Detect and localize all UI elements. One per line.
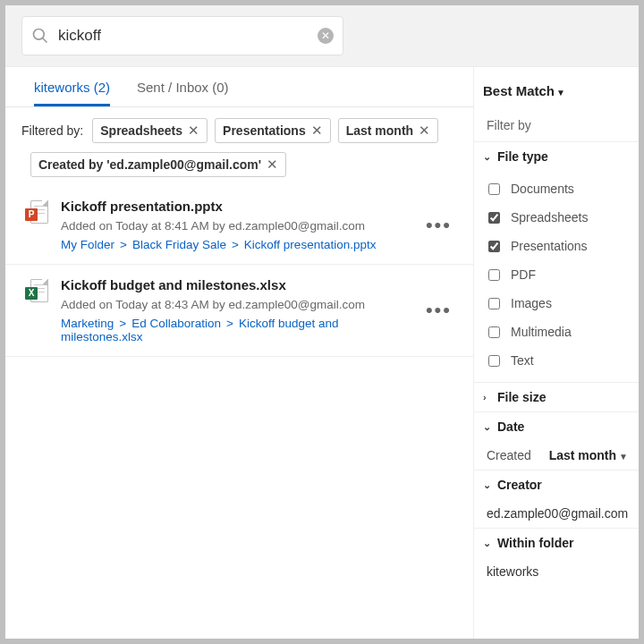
section-label: Date [497, 419, 524, 434]
filter-checkbox[interactable] [488, 326, 500, 338]
filtered-by-label: Filtered by: [21, 123, 83, 138]
filter-chip-label: Presentations [223, 123, 306, 138]
date-field-label: Created [487, 448, 531, 462]
result-breadcrumb: My Folder>Black Friday Sale>Kickoff pres… [61, 238, 408, 251]
within-folder-value[interactable]: kiteworks [474, 557, 639, 586]
filter-chip-label: Created by 'ed.zample00@gmail.com' [38, 157, 261, 172]
filter-option[interactable]: Spreadsheets [485, 203, 639, 232]
section-date[interactable]: ⌄ Date [474, 411, 639, 441]
filter-checkbox[interactable] [488, 298, 500, 309]
filter-panel: Best Match▼ Filter by ⌄ File type Docume… [473, 67, 639, 639]
powerpoint-icon: P [25, 200, 48, 229]
active-filters-row-2: Created by 'ed.zample00@gmail.com' ✕ [5, 143, 473, 186]
result-title[interactable]: Kickoff presentation.pptx [61, 199, 408, 214]
breadcrumb-link[interactable]: Black Friday Sale [132, 238, 226, 251]
sort-label: Best Match [483, 83, 555, 98]
chip-remove-icon[interactable]: ✕ [267, 157, 278, 173]
filter-option-label: Spreadsheets [511, 210, 588, 225]
filter-option-label: Presentations [511, 239, 588, 253]
chevron-down-icon: ⌄ [483, 151, 492, 163]
breadcrumb-separator: > [114, 238, 132, 251]
filter-chip[interactable]: Created by 'ed.zample00@gmail.com' ✕ [30, 152, 286, 177]
section-creator[interactable]: ⌄ Creator [474, 470, 639, 499]
result-item[interactable]: X Kickoff budget and milestones.xlsx Add… [5, 265, 473, 357]
chip-remove-icon[interactable]: ✕ [188, 123, 199, 139]
search-icon [31, 27, 49, 45]
file-type-options: Documents Spreadsheets Presentations PDF… [474, 171, 639, 382]
chip-remove-icon[interactable]: ✕ [419, 123, 430, 139]
filter-checkbox[interactable] [488, 212, 500, 224]
search-box[interactable]: ✕ [21, 16, 343, 55]
filter-option[interactable]: PDF [485, 260, 639, 289]
breadcrumb-separator: > [221, 317, 239, 330]
result-title[interactable]: Kickoff budget and milestones.xlsx [61, 277, 408, 292]
date-value: Last month [549, 448, 616, 462]
result-meta: Added on Today at 8:43 AM by ed.zample00… [61, 298, 408, 311]
breadcrumb-link[interactable]: Kickoff presentation.pptx [244, 238, 377, 251]
filter-option[interactable]: Text [485, 346, 639, 375]
filter-chip-label: Last month [346, 123, 413, 138]
section-label: File type [497, 149, 548, 164]
tab-kiteworks[interactable]: kiteworks (2) [34, 80, 110, 106]
breadcrumb-separator: > [114, 317, 131, 330]
breadcrumb-link[interactable]: My Folder [61, 238, 114, 251]
results-list: P Kickoff presentation.pptx Added on Tod… [5, 186, 473, 357]
filter-option[interactable]: Images [485, 289, 639, 318]
section-file-size[interactable]: › File size [474, 382, 639, 411]
chip-remove-icon[interactable]: ✕ [311, 123, 323, 139]
excel-icon: X [25, 279, 48, 308]
filter-option-label: Text [511, 353, 534, 368]
svg-point-0 [34, 30, 45, 40]
filter-option-label: PDF [511, 267, 536, 282]
breadcrumb-link[interactable]: Marketing [61, 317, 114, 330]
search-input[interactable] [58, 27, 318, 45]
results-pane: kiteworks (2) Sent / Inbox (0) Filtered … [5, 67, 473, 639]
filter-option-label: Multimedia [511, 325, 572, 339]
filter-chip[interactable]: Spreadsheets ✕ [92, 118, 208, 143]
more-actions-icon[interactable]: ••• [420, 306, 457, 315]
result-meta: Added on Today at 8:41 AM by ed.zample00… [61, 219, 408, 233]
tab-sent-inbox[interactable]: Sent / Inbox (0) [137, 80, 229, 106]
filter-option-label: Images [511, 296, 552, 310]
sort-dropdown[interactable]: Best Match▼ [474, 80, 639, 114]
filter-chip[interactable]: Last month ✕ [338, 118, 438, 143]
filter-option[interactable]: Presentations [485, 232, 639, 260]
svg-line-1 [43, 38, 47, 43]
section-label: Creator [497, 478, 542, 492]
filter-checkbox[interactable] [488, 241, 500, 252]
result-breadcrumb: Marketing>Ed Collaboration>Kickoff budge… [61, 317, 408, 343]
content-area: kiteworks (2) Sent / Inbox (0) Filtered … [5, 67, 639, 639]
creator-value[interactable]: ed.zample00@gmail.com [474, 499, 639, 528]
result-item[interactable]: P Kickoff presentation.pptx Added on Tod… [5, 186, 473, 265]
filter-option[interactable]: Multimedia [485, 318, 639, 346]
date-selector[interactable]: Created Last month▼ [474, 441, 639, 470]
filter-option-label: Documents [511, 182, 574, 196]
filter-by-heading: Filter by [474, 114, 639, 141]
breadcrumb-link[interactable]: Ed Collaboration [131, 317, 221, 330]
caret-down-icon: ▼ [619, 452, 628, 462]
active-filters-row: Filtered by: Spreadsheets ✕ Presentation… [5, 107, 473, 143]
chevron-down-icon: ⌄ [483, 538, 492, 549]
app-window: ✕ kiteworks (2) Sent / Inbox (0) Filtere… [5, 5, 639, 639]
filter-checkbox[interactable] [488, 183, 500, 195]
chevron-down-icon: ⌄ [483, 421, 492, 433]
caret-down-icon: ▼ [556, 88, 565, 97]
filter-checkbox[interactable] [488, 355, 500, 367]
filter-checkbox[interactable] [488, 269, 500, 281]
result-body: Kickoff presentation.pptx Added on Today… [61, 199, 408, 251]
more-actions-icon[interactable]: ••• [420, 221, 457, 230]
chevron-right-icon: › [483, 392, 492, 402]
result-body: Kickoff budget and milestones.xlsx Added… [61, 277, 408, 343]
section-within-folder[interactable]: ⌄ Within folder [474, 528, 639, 557]
section-label: File size [497, 390, 546, 404]
section-label: Within folder [497, 536, 573, 550]
search-bar-area: ✕ [5, 5, 639, 67]
tabs: kiteworks (2) Sent / Inbox (0) [5, 67, 473, 107]
section-file-type[interactable]: ⌄ File type [474, 141, 639, 171]
chevron-down-icon: ⌄ [483, 479, 492, 491]
breadcrumb-separator: > [226, 238, 244, 251]
filter-option[interactable]: Documents [485, 174, 639, 203]
clear-search-icon[interactable]: ✕ [318, 28, 334, 44]
filter-chip-label: Spreadsheets [100, 123, 182, 138]
filter-chip[interactable]: Presentations ✕ [215, 118, 331, 143]
